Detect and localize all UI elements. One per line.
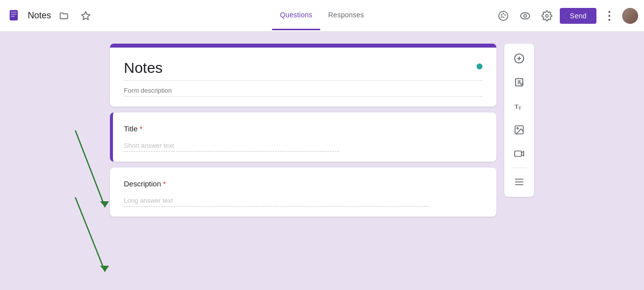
header-left: Notes bbox=[6, 7, 494, 25]
svg-point-14 bbox=[608, 19, 610, 21]
form-header-card bbox=[110, 44, 496, 107]
form-content: Title * Short answer text Description * … bbox=[110, 44, 496, 217]
svg-rect-2 bbox=[11, 13, 17, 14]
app-icon bbox=[6, 7, 24, 25]
preview-button[interactable] bbox=[516, 7, 534, 25]
description-question-card: Description * Long answer text bbox=[110, 168, 496, 217]
sidebar-divider bbox=[511, 168, 527, 168]
svg-point-12 bbox=[608, 11, 610, 13]
svg-point-8 bbox=[505, 14, 506, 15]
section-button[interactable] bbox=[508, 171, 530, 193]
svg-rect-30 bbox=[515, 151, 522, 157]
teal-dot bbox=[477, 63, 483, 69]
title-question-card: Title * Short answer text bbox=[110, 113, 496, 162]
image-button[interactable] bbox=[508, 119, 530, 141]
folder-button[interactable] bbox=[55, 7, 73, 25]
svg-rect-3 bbox=[11, 16, 15, 17]
svg-text:T: T bbox=[518, 106, 521, 111]
svg-rect-1 bbox=[11, 11, 17, 12]
tab-questions[interactable]: Questions bbox=[272, 1, 320, 30]
svg-point-11 bbox=[546, 14, 549, 17]
form-title-input[interactable] bbox=[124, 59, 483, 81]
svg-point-9 bbox=[521, 12, 530, 19]
form-description-input[interactable] bbox=[124, 87, 483, 97]
main-area: Title * Short answer text Description * … bbox=[0, 32, 644, 290]
svg-marker-4 bbox=[82, 11, 90, 19]
tab-bar: Questions Responses bbox=[272, 1, 372, 30]
svg-point-5 bbox=[499, 11, 508, 20]
svg-marker-16 bbox=[100, 201, 109, 207]
tab-responses[interactable]: Responses bbox=[321, 1, 372, 30]
form-wrapper: Title * Short answer text Description * … bbox=[110, 44, 496, 278]
title-answer-placeholder: Short answer text bbox=[124, 142, 339, 152]
app-header: Notes Questions Responses bbox=[0, 0, 644, 32]
svg-point-6 bbox=[501, 14, 502, 15]
settings-button[interactable] bbox=[538, 7, 556, 25]
svg-point-29 bbox=[517, 127, 518, 129]
sidebar: T T bbox=[504, 44, 534, 197]
send-button[interactable]: Send bbox=[560, 8, 596, 24]
palette-button[interactable] bbox=[494, 7, 512, 25]
video-button[interactable] bbox=[508, 143, 530, 165]
title-required-star: * bbox=[140, 124, 143, 133]
import-button[interactable] bbox=[508, 71, 530, 93]
more-button[interactable] bbox=[600, 7, 618, 25]
svg-line-17 bbox=[75, 197, 105, 272]
title-text-button[interactable]: T T bbox=[508, 95, 530, 117]
svg-point-13 bbox=[608, 15, 610, 17]
star-button[interactable] bbox=[77, 7, 95, 25]
svg-point-7 bbox=[503, 13, 504, 14]
add-question-button[interactable] bbox=[508, 48, 530, 69]
svg-point-10 bbox=[524, 14, 527, 17]
description-question-label: Description * bbox=[124, 179, 483, 188]
svg-line-15 bbox=[75, 130, 105, 207]
title-question-label: Title * bbox=[124, 124, 483, 133]
avatar[interactable] bbox=[622, 8, 638, 24]
description-required-star: * bbox=[163, 179, 166, 188]
arrows-svg bbox=[75, 44, 115, 278]
description-answer-placeholder: Long answer text bbox=[124, 197, 429, 207]
header-title: Notes bbox=[28, 10, 51, 21]
svg-marker-18 bbox=[100, 266, 109, 272]
header-right: Send bbox=[494, 7, 638, 25]
svg-rect-0 bbox=[10, 10, 18, 20]
